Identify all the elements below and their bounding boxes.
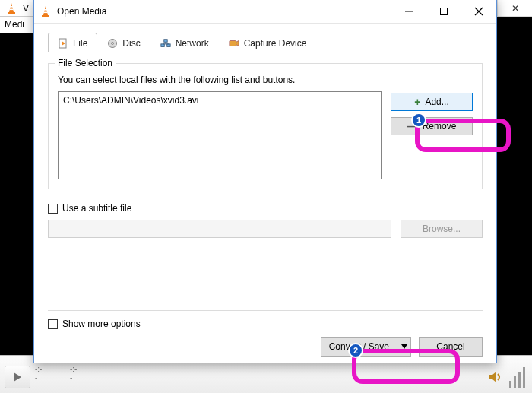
subtitle-path-input [48,220,391,238]
file-selection-hint: You can select local files with the foll… [58,74,473,85]
svg-rect-9 [44,11,48,13]
dialog-title: Open Media [57,6,106,17]
dialog-content: File Disc Network Capture Device File Se… [34,24,496,363]
resize-grip-icon [509,366,527,388]
network-icon [160,38,171,49]
group-legend: File Selection [55,58,116,68]
svg-rect-19 [166,43,169,46]
close-button[interactable] [461,0,496,23]
browse-button: Browse... [401,220,483,238]
dialog-titlebar: Open Media [34,0,496,24]
cancel-button[interactable]: Cancel [419,337,483,357]
subtitle-checkbox-row: Use a subtitle file [48,203,483,214]
tab-label: Network [176,38,209,49]
maximize-button[interactable] [426,0,461,23]
svg-rect-8 [44,9,47,11]
remove-button[interactable]: — Remove [391,117,473,135]
tab-file[interactable]: File [48,33,97,52]
list-item[interactable]: C:\Users\ADMIN\Videos\xvid3.avi [63,95,376,106]
button-label: Remove [423,121,457,132]
vlc-cone-icon [40,5,51,17]
tab-disc[interactable]: Disc [97,33,150,52]
svg-rect-1 [8,12,15,14]
convert-save-button[interactable]: Convert / Save [321,337,411,357]
svg-marker-5 [489,372,496,382]
tab-bar: File Disc Network Capture Device [48,33,483,52]
button-label: Cancel [436,341,464,352]
file-selection-group: File Selection You can select local file… [48,63,483,189]
play-button[interactable] [5,366,30,388]
tab-label: Capture Device [244,38,307,49]
disc-icon [107,38,118,49]
svg-rect-11 [441,8,448,14]
more-options-row: Show more options [48,319,483,329]
svg-rect-2 [10,6,13,8]
add-button[interactable]: + Add... [391,93,473,111]
svg-marker-24 [236,40,239,46]
capture-icon [229,38,239,49]
more-options-label: Show more options [62,319,141,329]
background-menu: Medi [0,17,38,33]
volume-icon[interactable] [488,369,505,385]
svg-point-17 [112,42,114,44]
svg-rect-20 [164,39,167,42]
subtitle-path-row: Browse... [48,220,483,238]
vlc-cone-icon [6,2,17,14]
dialog-bottom: Show more options Convert / Save Cancel [48,310,483,357]
background-close-icon[interactable]: ✕ [497,0,532,17]
button-label: Convert / Save [329,341,389,352]
dropdown-arrow-icon[interactable] [397,337,411,357]
svg-marker-6 [43,6,48,15]
button-label: Browse... [423,223,461,234]
svg-rect-3 [10,9,14,11]
background-title: V [23,3,29,14]
tab-label: Disc [122,38,140,49]
file-play-icon [58,38,68,49]
more-options-checkbox[interactable] [48,319,58,329]
svg-rect-7 [42,15,49,17]
minimize-button[interactable] [391,0,426,23]
svg-rect-18 [161,43,164,46]
file-list[interactable]: C:\Users\ADMIN\Videos\xvid3.avi [58,91,382,179]
tab-network[interactable]: Network [150,33,219,52]
svg-marker-0 [9,3,14,12]
minus-icon: — [407,121,418,132]
subtitle-checkbox-label: Use a subtitle file [62,203,131,214]
open-media-dialog: Open Media File Disc Network Capture Dev [33,0,497,363]
svg-marker-4 [14,372,21,382]
subtitle-checkbox[interactable] [48,204,58,214]
tab-label: File [73,38,87,49]
svg-marker-25 [401,344,407,349]
separator [48,310,483,311]
svg-rect-23 [230,40,236,46]
tab-capture[interactable]: Capture Device [219,33,317,52]
button-label: Add... [425,97,448,107]
plus-icon: + [414,97,420,107]
